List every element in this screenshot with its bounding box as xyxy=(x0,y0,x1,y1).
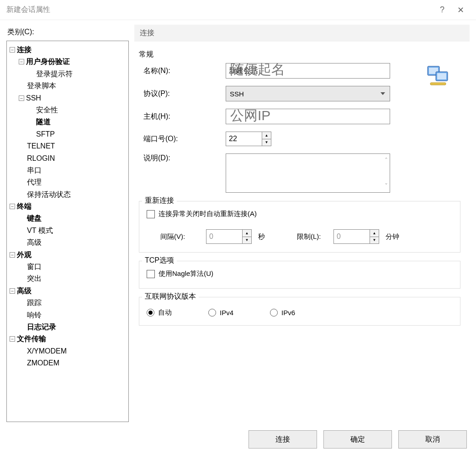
tree-tunnel[interactable]: 隧道 xyxy=(36,118,51,126)
spin-down-icon: ▼ xyxy=(243,237,251,244)
tree-login-prompt[interactable]: 登录提示符 xyxy=(36,70,73,78)
name-input[interactable] xyxy=(226,63,390,79)
ipver-ipv4-radio[interactable] xyxy=(208,309,216,317)
tree-toggle-icon[interactable]: − xyxy=(10,252,15,258)
tree-telnet[interactable]: TELNET xyxy=(27,142,55,150)
tree-toggle-icon[interactable]: − xyxy=(19,59,24,64)
nagle-label: 使用Nagle算法(U) xyxy=(159,269,213,278)
scroll-up-icon[interactable]: ˄ xyxy=(385,157,388,164)
auto-reconnect-checkbox[interactable] xyxy=(147,210,155,218)
limit-input xyxy=(334,230,370,243)
nagle-checkbox[interactable] xyxy=(147,270,155,278)
tree-proxy[interactable]: 代理 xyxy=(27,178,42,186)
name-label: 名称(N): xyxy=(139,66,226,76)
scroll-down-icon[interactable]: ˅ xyxy=(385,182,388,190)
cancel-button[interactable]: 取消 xyxy=(398,430,467,449)
tree-connection[interactable]: 连接 xyxy=(17,46,32,53)
auto-reconnect-label: 连接异常关闭时自动重新连接(A) xyxy=(159,210,257,218)
panel-title: 连接 xyxy=(134,25,470,42)
spin-up-icon[interactable]: ▲ xyxy=(262,132,271,139)
svg-rect-4 xyxy=(430,83,446,85)
tree-filetransfer[interactable]: 文件传输 xyxy=(17,335,46,343)
tcp-group: TCP选项 使用Nagle算法(U) xyxy=(139,261,460,289)
tree-keepalive[interactable]: 保持活动状态 xyxy=(27,190,71,198)
protocol-label: 协议(P): xyxy=(139,89,226,99)
ipver-auto-radio[interactable] xyxy=(147,309,154,317)
help-button[interactable]: ? xyxy=(433,5,451,15)
category-tree[interactable]: −连接 −用户身份验证 登录提示符 登录脚本 −SSH 安全性 隧道 SFTP xyxy=(6,41,129,422)
tree-highlight[interactable]: 突出 xyxy=(27,275,42,282)
tree-zmodem[interactable]: ZMODEM xyxy=(27,359,59,367)
tree-sftp[interactable]: SFTP xyxy=(36,130,55,138)
tree-bell[interactable]: 响铃 xyxy=(27,311,42,319)
ipver-ipv6-radio[interactable] xyxy=(270,309,278,317)
tree-term-adv[interactable]: 高级 xyxy=(27,238,42,246)
limit-unit: 分钟 xyxy=(386,232,399,241)
ipver-title: 互联网协议版本 xyxy=(142,292,199,301)
desc-label: 说明(D): xyxy=(139,153,226,163)
spin-up-icon: ▲ xyxy=(243,230,251,237)
protocol-select[interactable]: SSH xyxy=(226,86,390,101)
tree-logging[interactable]: 日志记录 xyxy=(27,323,56,331)
tree-xymodem[interactable]: X/YMODEM xyxy=(27,347,67,355)
interval-unit: 秒 xyxy=(258,232,265,241)
tree-login-script[interactable]: 登录脚本 xyxy=(27,82,56,90)
port-input[interactable] xyxy=(226,132,262,146)
spin-down-icon[interactable]: ▼ xyxy=(262,139,271,146)
interval-label: 间隔(V): xyxy=(160,232,201,241)
titlebar: 新建会话属性 ? ✕ xyxy=(0,0,476,20)
ipver-auto-label: 自动 xyxy=(158,308,172,317)
tree-window[interactable]: 窗口 xyxy=(27,263,42,270)
tree-toggle-icon[interactable]: − xyxy=(10,47,15,53)
interval-spinner: ▲ ▼ xyxy=(206,229,252,244)
tree-serial[interactable]: 串口 xyxy=(27,166,42,174)
category-label: 类别(C): xyxy=(7,27,129,37)
window-title: 新建会话属性 xyxy=(6,5,433,15)
tree-ssh[interactable]: SSH xyxy=(26,94,41,102)
tree-security[interactable]: 安全性 xyxy=(36,106,58,114)
tree-toggle-icon[interactable]: − xyxy=(19,95,24,101)
tree-appearance[interactable]: 外观 xyxy=(17,251,32,259)
interval-input xyxy=(206,230,242,243)
connect-button[interactable]: 连接 xyxy=(249,430,317,449)
port-label: 端口号(O): xyxy=(139,134,226,144)
tree-trace[interactable]: 跟踪 xyxy=(27,299,42,306)
tree-keyboard[interactable]: 键盘 xyxy=(27,214,42,222)
tcp-title: TCP选项 xyxy=(142,256,177,265)
protocol-value: SSH xyxy=(230,90,244,98)
host-label: 主机(H): xyxy=(139,112,226,121)
reconnect-title: 重新连接 xyxy=(142,196,177,206)
limit-label: 限制(L): xyxy=(297,232,329,241)
reconnect-group: 重新连接 连接异常关闭时自动重新连接(A) 间隔(V): ▲ ▼ 秒 xyxy=(139,201,460,253)
tree-terminal[interactable]: 终端 xyxy=(17,202,32,210)
desc-textarea[interactable]: ˄ ˅ xyxy=(226,153,390,193)
port-spinner[interactable]: ▲ ▼ xyxy=(226,132,271,146)
general-title: 常规 xyxy=(139,50,460,59)
close-button[interactable]: ✕ xyxy=(451,5,470,15)
tree-auth[interactable]: 用户身份验证 xyxy=(26,58,70,65)
spin-up-icon: ▲ xyxy=(370,230,379,237)
ipver-group: 互联网协议版本 自动 IPv4 IPv6 xyxy=(139,297,460,326)
footer: 连接 确定 取消 xyxy=(0,422,476,449)
ipver-ipv4-label: IPv4 xyxy=(220,309,233,317)
host-input[interactable] xyxy=(226,109,390,124)
ok-button[interactable]: 确定 xyxy=(323,430,392,449)
tree-rlogin[interactable]: RLOGIN xyxy=(27,154,55,162)
ipver-ipv6-label: IPv6 xyxy=(281,309,295,317)
tree-advanced[interactable]: 高级 xyxy=(17,287,32,295)
limit-spinner: ▲ ▼ xyxy=(333,229,379,244)
tree-toggle-icon[interactable]: − xyxy=(10,288,15,294)
tree-toggle-icon[interactable]: − xyxy=(10,204,15,209)
tree-toggle-icon[interactable]: − xyxy=(10,336,15,342)
tree-vtmode[interactable]: VT 模式 xyxy=(27,227,53,234)
spin-down-icon: ▼ xyxy=(370,237,379,244)
